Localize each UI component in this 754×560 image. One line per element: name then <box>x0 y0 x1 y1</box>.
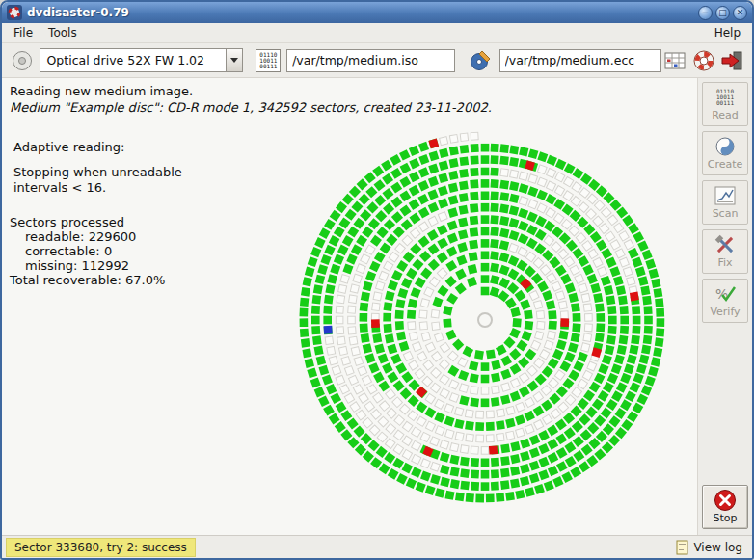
drive-combobox-dropdown[interactable] <box>226 49 242 71</box>
fix-button[interactable]: Fix <box>702 229 748 274</box>
stopping-condition-line2: intervals < 16. <box>13 180 182 196</box>
view-log-label: View log <box>693 541 742 554</box>
verify-icon: % <box>714 283 736 305</box>
sectors-processed-block: Sectors processed readable: 229600 corre… <box>10 215 165 287</box>
quit-button[interactable] <box>718 46 746 75</box>
view-log-icon <box>676 540 689 555</box>
reading-spiral <box>287 122 683 518</box>
iso-path-input[interactable] <box>286 49 455 72</box>
scan-button-label: Scan <box>713 207 739 220</box>
minimize-button[interactable]: − <box>698 6 713 20</box>
create-button[interactable]: Create <box>702 131 748 175</box>
menu-tools[interactable]: Tools <box>40 24 85 41</box>
stop-button[interactable]: Stop <box>702 485 748 529</box>
scan-icon <box>714 185 736 206</box>
menu-file[interactable]: File <box>6 24 40 41</box>
close-button[interactable]: ✕ <box>733 6 747 20</box>
iso-image-icon: 01110 10011 00111 <box>256 49 281 72</box>
window-title: dvdisaster-0.79 <box>27 6 695 19</box>
status-line-medium: Medium "Example disc": CD-R mode 1, 3425… <box>10 99 689 116</box>
sectors-readable-row: readable: 229600 <box>10 229 165 244</box>
chevron-down-icon <box>230 58 238 63</box>
optical-drive-icon <box>11 49 34 72</box>
preferences-icon <box>664 51 686 70</box>
create-icon <box>714 136 736 157</box>
adaptive-reading-heading: Adaptive reading: <box>13 140 182 155</box>
fix-icon <box>714 234 736 255</box>
read-button-label: Read <box>712 109 739 121</box>
fix-button-label: Fix <box>717 256 732 269</box>
menubar: File Tools Help <box>2 23 752 43</box>
toolbar: Optical drive 52X FW 1.02 01110 10011 00… <box>2 43 752 78</box>
view-log-button[interactable]: View log <box>670 539 748 556</box>
sectors-missing-row: missing: 112992 <box>10 258 165 273</box>
drive-combobox-value: Optical drive 52X FW 1.02 <box>40 49 225 71</box>
stop-button-label: Stop <box>713 512 737 524</box>
missing-count: 112992 <box>81 258 129 273</box>
drive-combobox[interactable]: Optical drive 52X FW 1.02 <box>40 48 242 72</box>
quit-icon <box>720 50 743 71</box>
create-button-label: Create <box>708 158 743 171</box>
readable-count: 229600 <box>89 229 137 244</box>
status-message: Sector 333680, try 2: success <box>6 538 196 557</box>
read-button[interactable]: 01110 10011 00111 Read <box>702 82 748 126</box>
status-line-action: Reading new medium image. <box>10 83 689 99</box>
stop-icon <box>714 490 737 511</box>
verify-button[interactable]: % Verify <box>702 279 748 323</box>
status-area: Reading new medium image. Medium "Exampl… <box>2 78 697 120</box>
app-icon <box>7 5 22 20</box>
ecc-path-input[interactable] <box>499 49 661 72</box>
ecc-file-button[interactable] <box>467 46 495 75</box>
read-icon: 01110 10011 00111 <box>716 87 734 108</box>
verify-button-label: Verify <box>710 306 740 318</box>
help-button[interactable] <box>689 46 717 75</box>
menu-help[interactable]: Help <box>707 24 748 41</box>
titlebar[interactable]: dvdisaster-0.79 − □ ✕ <box>2 2 752 23</box>
iso-file-button[interactable]: 01110 10011 00111 <box>255 46 283 75</box>
total-recoverable: Total recoverable: 67.0% <box>10 273 165 287</box>
ecc-file-icon <box>470 49 493 72</box>
sectors-correctable-row: correctable: 0 <box>10 244 165 258</box>
stopping-condition-line1: Stopping when unreadable <box>13 165 182 180</box>
statusbar: Sector 333680, try 2: success View log <box>2 535 752 558</box>
drive-select-button[interactable] <box>8 46 36 75</box>
adaptive-reading-block: Adaptive reading: Stopping when unreadab… <box>13 140 182 196</box>
preferences-button[interactable] <box>661 46 689 75</box>
content: Reading new medium image. Medium "Exampl… <box>2 78 752 535</box>
lifesaver-help-icon <box>692 49 715 72</box>
reading-main-area: Adaptive reading: Stopping when unreadab… <box>2 120 697 535</box>
app-window: dvdisaster-0.79 − □ ✕ File Tools Help Op… <box>0 0 754 560</box>
maximize-button[interactable]: □ <box>715 6 730 20</box>
correctable-count: 0 <box>104 244 112 258</box>
sectors-processed-heading: Sectors processed <box>10 215 165 229</box>
action-sidebar: 01110 10011 00111 Read Create Scan <box>697 78 752 535</box>
scan-button[interactable]: Scan <box>702 180 748 225</box>
left-column: Reading new medium image. Medium "Exampl… <box>2 78 697 535</box>
